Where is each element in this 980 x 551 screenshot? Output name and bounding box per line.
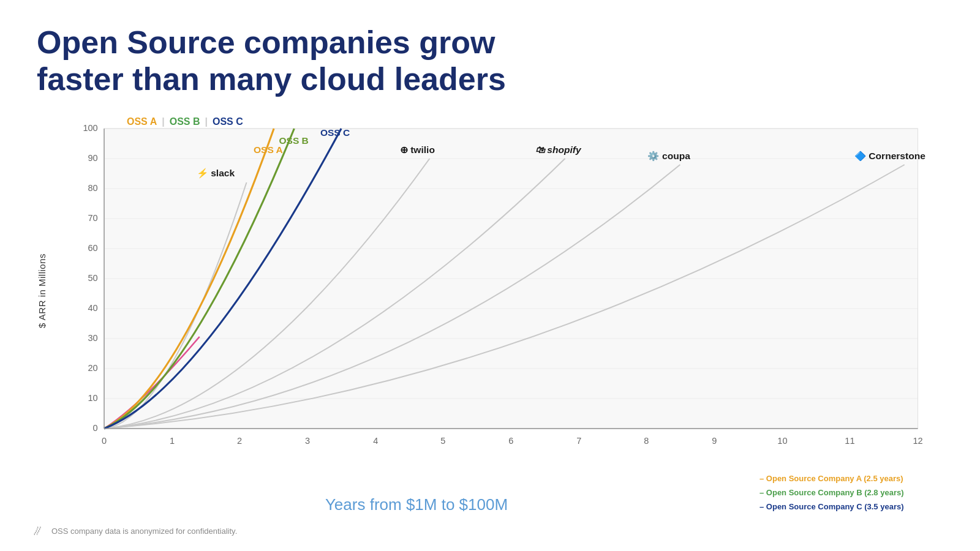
page-title: Open Source companies grow faster than m… xyxy=(37,24,588,98)
x-axis-label: Years from $1M to $100M xyxy=(74,495,760,514)
legend-ossb-label: OSS B xyxy=(170,116,200,127)
svg-text:OSS C: OSS C xyxy=(320,127,350,138)
svg-text:OSS A: OSS A xyxy=(254,144,283,155)
svg-text:2: 2 xyxy=(237,436,242,446)
svg-text:5: 5 xyxy=(440,436,445,446)
svg-text:70: 70 xyxy=(88,213,97,223)
chart-area: $ ARR in Millions OSS A | OSS B | OSS C xyxy=(37,116,943,465)
page-container: Open Source companies grow faster than m… xyxy=(0,0,980,551)
bottom-section: Years from $1M to $100M – Open Source Co… xyxy=(37,471,943,514)
svg-text:⊕ twilio: ⊕ twilio xyxy=(400,144,435,155)
svg-text:60: 60 xyxy=(88,243,97,253)
chart-svg-container: 0 10 20 30 40 50 60 70 80 90 100 0 1 2 xyxy=(53,122,943,465)
footer: ⫽ OSS company data is anonymized for con… xyxy=(31,523,237,539)
legend-b-text: – Open Source Company B (2.8 years) xyxy=(760,485,943,500)
chart-svg: 0 10 20 30 40 50 60 70 80 90 100 0 1 2 xyxy=(53,122,943,465)
legend-a-text: – Open Source Company A (2.5 years) xyxy=(760,471,943,485)
right-legend: – Open Source Company A (2.5 years) – Op… xyxy=(760,471,943,514)
y-axis-label: $ ARR in Millions xyxy=(37,253,47,328)
legend-ossc-label: OSS C xyxy=(213,116,243,127)
svg-text:7: 7 xyxy=(576,436,581,446)
svg-text:🛍 shopify: 🛍 shopify xyxy=(535,144,582,155)
svg-text:0: 0 xyxy=(93,423,98,433)
svg-text:⚡ slack: ⚡ slack xyxy=(197,167,235,179)
svg-text:90: 90 xyxy=(88,153,97,163)
svg-text:80: 80 xyxy=(88,183,97,193)
svg-text:3: 3 xyxy=(305,436,310,446)
svg-text:0: 0 xyxy=(102,436,107,446)
svg-text:20: 20 xyxy=(88,363,97,373)
svg-text:11: 11 xyxy=(845,436,854,446)
svg-text:🔷 Cornerstone: 🔷 Cornerstone xyxy=(854,150,925,162)
legend-c-text: – Open Source Company C (3.5 years) xyxy=(760,500,943,514)
svg-text:4: 4 xyxy=(373,436,378,446)
svg-text:6: 6 xyxy=(508,436,513,446)
svg-text:10: 10 xyxy=(88,393,97,403)
svg-text:12: 12 xyxy=(913,436,922,446)
svg-text:8: 8 xyxy=(644,436,649,446)
svg-text:100: 100 xyxy=(83,123,97,133)
svg-text:50: 50 xyxy=(88,273,97,283)
svg-text:1: 1 xyxy=(170,436,175,446)
chart-wrapper: OSS A | OSS B | OSS C xyxy=(53,116,943,465)
svg-text:⚙️ coupa: ⚙️ coupa xyxy=(647,150,690,162)
svg-text:40: 40 xyxy=(88,303,97,313)
svg-text:10: 10 xyxy=(777,436,787,446)
footer-icon: ⫽ xyxy=(31,523,44,539)
chart-legend-top: OSS A | OSS B | OSS C xyxy=(127,116,243,127)
footer-text: OSS company data is anonymized for confi… xyxy=(51,527,237,536)
legend-ossa-label: OSS A xyxy=(127,116,157,127)
svg-text:9: 9 xyxy=(712,436,717,446)
svg-text:30: 30 xyxy=(88,333,97,343)
svg-text:OSS B: OSS B xyxy=(279,135,308,146)
